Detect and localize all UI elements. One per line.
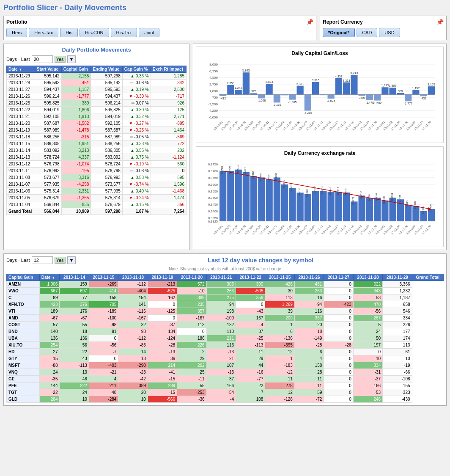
- svg-text:-6,000: -6,000: [208, 116, 218, 119]
- symbol-value: -108: [383, 376, 412, 382]
- svg-rect-54: [312, 82, 319, 95]
- col-date: Date ▼: [7, 66, 35, 73]
- symbol-value: 426: [265, 281, 294, 288]
- days-input[interactable]: [32, 55, 53, 63]
- symbol-value: 356: [236, 294, 265, 301]
- currency-pin-icon[interactable]: 📌: [436, 19, 444, 25]
- row-exch: 1,464: [151, 127, 186, 134]
- svg-text:-315: -315: [359, 96, 365, 99]
- currency-btn-original[interactable]: *Original*: [323, 28, 355, 37]
- gt-ending: 597,298: [91, 208, 122, 215]
- row-gain: -451: [61, 80, 91, 86]
- symbol-value: 572: [177, 281, 206, 288]
- svg-rect-31: [250, 93, 257, 94]
- symbol-value: -67: [60, 315, 89, 322]
- symbol-value: -13: [148, 349, 177, 355]
- row-date: 2013-11-15: [7, 140, 35, 147]
- row-ending: 587,989: [91, 134, 122, 140]
- capital-gain-title: Daily Capital Gain/Loss: [200, 50, 440, 56]
- sym-2013-11-26: 2013-11-26: [294, 274, 324, 281]
- symbol-value: 11: [294, 376, 324, 382]
- symbol-row: MSFT-88-113-403-29021420210744-183158033…: [7, 362, 444, 369]
- symbol-value: 211: [206, 335, 236, 342]
- symbol-value: -128: [265, 396, 294, 403]
- svg-text:0.9651: 0.9651: [259, 173, 262, 181]
- svg-text:0.9539: 0.9539: [344, 187, 347, 195]
- symbol-value: 4: [89, 376, 118, 382]
- portfolio-btn-hers-tax[interactable]: Hers-Tax: [29, 28, 58, 37]
- symbol-name: VNQ: [7, 369, 40, 376]
- svg-text:2,750: 2,750: [209, 83, 218, 86]
- symbol-value: 367: [294, 315, 324, 322]
- symbol-value: 116: [294, 308, 324, 315]
- svg-rect-136: [258, 177, 265, 221]
- movements-row: 2013-11-06 575,314 2,331 577,935 ▲ 0.40 …: [7, 188, 187, 195]
- row-exch: -895: [151, 120, 186, 127]
- svg-text:0.9551: 0.9551: [321, 186, 324, 194]
- portfolio-btn-hers[interactable]: Hers: [6, 28, 27, 37]
- row-date: 2013-11-25: [7, 100, 35, 107]
- symbol-value: -395: [265, 342, 294, 349]
- symbol-value: -430: [383, 396, 412, 403]
- row-gain: 1,157: [61, 86, 91, 93]
- row-pct: ▲ 0.33 %: [122, 140, 151, 147]
- svg-text:2,331: 2,331: [296, 83, 304, 85]
- symbol-value: 697: [60, 288, 89, 294]
- symbol-value: 57: [39, 322, 60, 328]
- row-date: 2013-11-18: [7, 134, 35, 140]
- row-exch: -342: [151, 80, 186, 86]
- portfolio-btn-joint[interactable]: Joint: [139, 28, 159, 37]
- row-ending: 592,105: [91, 120, 122, 127]
- gt-gain: 10,909: [61, 208, 91, 215]
- row-ending: 597,298: [91, 73, 122, 80]
- currency-label: Report Currency: [323, 19, 363, 25]
- svg-text:0.9488: 0.9488: [398, 194, 401, 202]
- symbol-value: 267: [353, 315, 382, 322]
- svg-text:-412: -412: [220, 97, 226, 100]
- symbol-value: -211: [89, 382, 118, 389]
- row-pct: ▲ 0.19 %: [122, 86, 151, 93]
- symbol-dropdown-button[interactable]: ▼: [67, 256, 76, 264]
- symbol-value: 28: [294, 369, 324, 376]
- row-gain: 1,951: [61, 140, 91, 147]
- portfolio-pin-icon[interactable]: 📌: [306, 19, 313, 25]
- svg-text:0.9480: 0.9480: [383, 195, 385, 204]
- sym-2013-11-25: 2013-11-25: [265, 274, 294, 281]
- symbol-value: -56: [353, 308, 382, 315]
- symbol-value: 12: [265, 349, 294, 355]
- sym-2013-11-28: 2013-11-28: [353, 274, 382, 281]
- svg-rect-121: [220, 171, 226, 221]
- symbol-value: 414: [89, 288, 118, 294]
- symbol-value: 658: [383, 301, 412, 308]
- symbol-value: -48: [89, 389, 118, 396]
- symbol-row: AMD-67-67-100-1670-167-10016720036702673…: [7, 315, 444, 322]
- svg-rect-124: [227, 171, 234, 221]
- movements-row: 2013-11-20 587,687 -1,582 592,105 ▼ -0.2…: [7, 120, 187, 127]
- symbol-days-input[interactable]: [32, 256, 53, 264]
- row-start: 583,092: [35, 147, 61, 154]
- symbol-value: -183: [265, 362, 294, 369]
- svg-text:0.9516: 0.9516: [360, 190, 362, 198]
- symbol-value: 39: [265, 308, 294, 315]
- row-exch: 125: [151, 107, 186, 113]
- symbol-value: 470: [353, 301, 382, 308]
- currency-btn-usd[interactable]: USD: [379, 28, 400, 37]
- svg-text:389: 389: [398, 90, 403, 93]
- symbol-value: -56: [89, 342, 118, 349]
- dropdown-button[interactable]: ▼: [67, 55, 76, 63]
- symbol-value: -94: [294, 301, 324, 308]
- page-title: Portfolio Slicer - Daily Movements: [3, 3, 447, 12]
- row-start: 566,844: [35, 201, 61, 208]
- symbol-value: -113: [265, 294, 294, 301]
- svg-text:1,806: 1,806: [389, 84, 397, 87]
- filter-row: Days - Last Yes ▼: [6, 55, 187, 63]
- currency-btn-cad[interactable]: CAD: [357, 28, 377, 37]
- portfolio-btn-his-cdn[interactable]: His-CDN: [80, 28, 109, 37]
- portfolio-btn-his-tax[interactable]: His-Tax: [111, 28, 137, 37]
- symbol-value: 390: [236, 281, 265, 288]
- symbol-value: 107: [206, 362, 236, 369]
- portfolio-btn-his[interactable]: His: [60, 28, 78, 37]
- symbol-value: -11: [177, 376, 206, 382]
- symbol-days-label: Days - Last: [6, 258, 30, 263]
- svg-rect-68: [351, 75, 357, 95]
